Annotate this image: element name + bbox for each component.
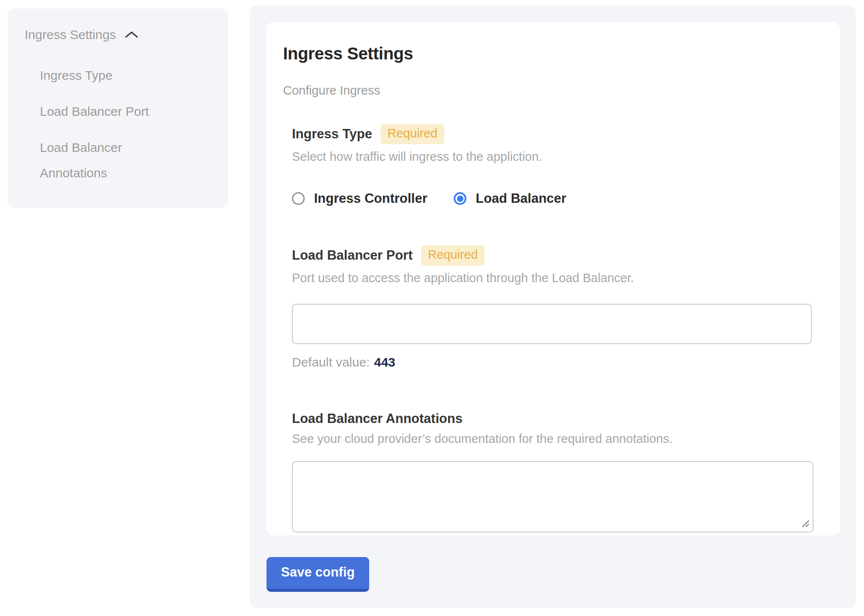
section-label-load-balancer-port: Load Balancer Port	[292, 248, 412, 263]
required-badge: Required	[381, 124, 444, 144]
load-balancer-annotations-textarea[interactable]	[292, 461, 814, 532]
default-value-number: 443	[374, 355, 395, 369]
load-balancer-port-input[interactable]	[292, 304, 812, 344]
form-sections: Ingress Type Required Select how traffic…	[292, 124, 823, 532]
radio-label-ingress-controller: Ingress Controller	[314, 191, 427, 206]
page-subtitle: Configure Ingress	[283, 84, 823, 98]
ingress-settings-card: Ingress Settings Configure Ingress Ingre…	[266, 22, 840, 535]
sidebar-group-label: Ingress Settings	[25, 26, 116, 43]
sidebar-group-ingress-settings[interactable]: Ingress Settings	[25, 26, 211, 43]
ingress-type-radio-group: Ingress Controller Load Balancer	[292, 191, 823, 206]
sidebar-item-list: Ingress Type Load Balancer Port Load Bal…	[25, 63, 180, 186]
radio-icon[interactable]	[292, 192, 305, 205]
sidebar-item-ingress-type[interactable]: Ingress Type	[40, 63, 180, 88]
radio-icon[interactable]	[454, 192, 466, 205]
default-value-line: Default value:443	[292, 355, 823, 370]
radio-option-ingress-controller[interactable]: Ingress Controller	[292, 191, 427, 206]
save-config-button[interactable]: Save config	[266, 557, 369, 592]
radio-label-load-balancer: Load Balancer	[476, 191, 567, 206]
section-label-load-balancer-annotations: Load Balancer Annotations	[292, 411, 463, 426]
sidebar-item-load-balancer-port[interactable]: Load Balancer Port	[40, 99, 180, 124]
section-heading-row: Ingress Type Required	[292, 124, 823, 144]
section-description-ingress-type: Select how traffic will ingress to the a…	[292, 150, 823, 164]
main-panel: Ingress Settings Configure Ingress Ingre…	[250, 6, 856, 608]
settings-sidebar: Ingress Settings Ingress Type Load Balan…	[8, 8, 228, 208]
annotations-textarea-wrap	[292, 461, 814, 532]
section-ingress-type: Ingress Type Required Select how traffic…	[292, 124, 823, 206]
section-load-balancer-port: Load Balancer Port Required Port used to…	[292, 245, 823, 370]
page-title: Ingress Settings	[283, 44, 823, 63]
chevron-up-icon	[124, 26, 139, 43]
sidebar-item-load-balancer-annotations[interactable]: Load Balancer Annotations	[40, 135, 180, 186]
section-load-balancer-annotations: Load Balancer Annotations See your cloud…	[292, 411, 823, 532]
section-description-load-balancer-port: Port used to access the application thro…	[292, 271, 823, 285]
default-value-label: Default value:	[292, 355, 370, 369]
section-description-load-balancer-annotations: See your cloud provider’s documentation …	[292, 432, 823, 446]
required-badge: Required	[421, 245, 485, 266]
section-heading-row: Load Balancer Annotations	[292, 411, 823, 426]
radio-option-load-balancer[interactable]: Load Balancer	[454, 191, 567, 206]
resize-handle-icon[interactable]	[800, 518, 811, 529]
section-label-ingress-type: Ingress Type	[292, 126, 372, 142]
section-heading-row: Load Balancer Port Required	[292, 245, 823, 266]
